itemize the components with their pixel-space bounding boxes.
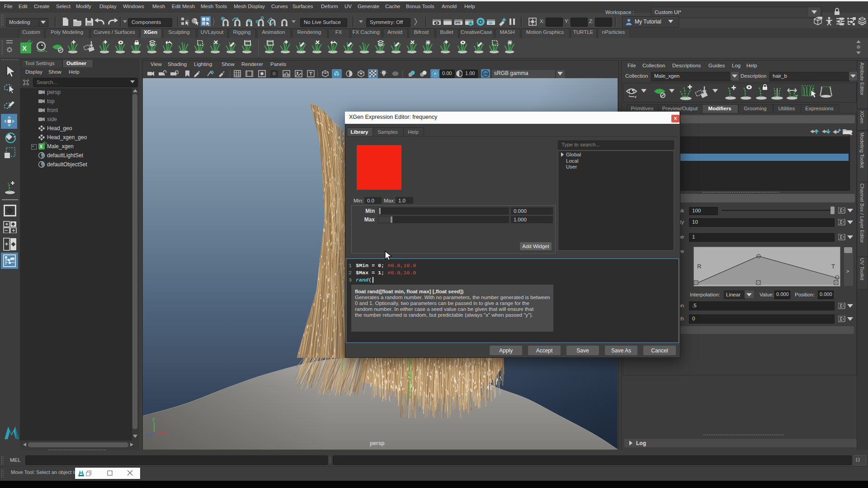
svg-text:z: z: [146, 432, 148, 437]
svg-text:R: R: [697, 263, 701, 270]
svg-text:ON: ON: [483, 72, 488, 75]
svg-text:y: y: [152, 416, 155, 422]
svg-text:x: x: [166, 431, 169, 436]
svg-text:T: T: [831, 263, 835, 270]
svg-text:IPR: IPR: [455, 21, 461, 24]
